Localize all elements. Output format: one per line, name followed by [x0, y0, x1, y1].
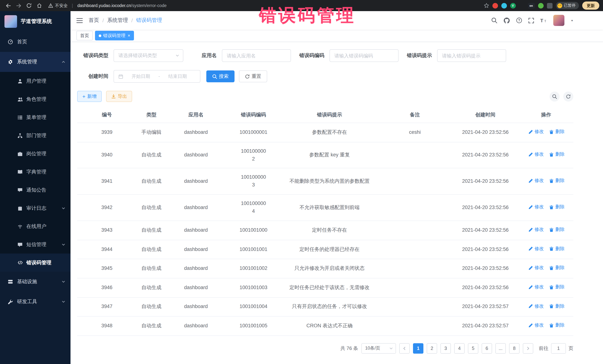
search-icon[interactable] [491, 17, 497, 23]
tab-item[interactable]: 首页 [76, 31, 93, 40]
delete-link[interactable]: 删除 [548, 265, 565, 272]
delete-link[interactable]: 删除 [548, 303, 565, 310]
search-button[interactable]: 搜索 [206, 70, 234, 82]
export-button[interactable]: 导出 [106, 91, 132, 102]
tab-active[interactable]: 错误码管理× [95, 31, 134, 40]
edit-link[interactable]: 修改 [527, 203, 544, 211]
extension-icon[interactable] [492, 3, 498, 8]
pages-ellipsis[interactable]: ... [495, 343, 506, 354]
error-code-input[interactable] [330, 50, 398, 62]
sidebar-item[interactable]: 研发工具 [0, 292, 70, 312]
sidebar-subitem[interactable]: 菜单管理 [0, 108, 70, 126]
edit-link[interactable]: 修改 [527, 226, 544, 233]
sidebar-item[interactable]: 基础设施 [0, 272, 70, 292]
edit-link[interactable]: 修改 [527, 128, 544, 135]
delete-link[interactable]: 删除 [548, 245, 565, 253]
page-button[interactable]: 4 [454, 343, 464, 354]
goto-page-input[interactable] [551, 343, 566, 354]
sidebar-subitem[interactable]: 错误码管理 [0, 254, 70, 272]
edit-link[interactable]: 修改 [527, 245, 544, 253]
sidebar-toggle-icon[interactable] [76, 18, 83, 23]
edit-link[interactable]: 修改 [527, 265, 544, 272]
sidebar-subitem[interactable]: 审计日志 [0, 199, 70, 217]
refresh-table-icon[interactable] [563, 91, 573, 101]
extensions-puzzle-icon[interactable] [547, 3, 552, 8]
table-header-row: 编号类型应用名错误码编码错误码提示备注创建时间操作 [77, 107, 573, 123]
forward-icon[interactable] [14, 1, 23, 10]
sidebar-item[interactable]: 首页 [0, 32, 70, 52]
cell-type: 自动生成 [137, 168, 166, 195]
page-button[interactable]: 5 [468, 343, 478, 354]
browser-home-icon[interactable] [35, 1, 44, 10]
edit-link[interactable]: 修改 [527, 177, 544, 184]
sidebar-subitem[interactable]: 字典管理 [0, 163, 70, 181]
font-size-icon[interactable]: TT [540, 18, 547, 23]
reset-button[interactable]: 重置 [239, 70, 267, 82]
back-icon[interactable] [4, 1, 13, 10]
breadcrumb-item[interactable]: 首页 [89, 17, 99, 24]
help-icon[interactable]: ? [516, 17, 522, 23]
table-row: 3939手动编辑dashboard1001000001参数配置不存在ceshi2… [77, 123, 573, 142]
delete-link[interactable]: 删除 [548, 284, 565, 291]
edit-link[interactable]: 修改 [527, 303, 544, 310]
sidebar-subitem[interactable]: 在线用户 [0, 217, 70, 235]
breadcrumb-item[interactable]: 系统管理 [107, 17, 128, 24]
prev-page-button[interactable] [399, 343, 410, 354]
sidebar-subitem[interactable]: 通知公告 [0, 181, 70, 199]
browser-update-button[interactable]: 更新 [582, 1, 599, 10]
sidebar-subitem[interactable]: 岗位管理 [0, 144, 70, 163]
extension-onetab-icon[interactable]: on [528, 3, 534, 8]
breadcrumb-separator: / [131, 17, 133, 23]
delete-link[interactable]: 删除 [548, 177, 565, 184]
sidebar-subitem[interactable]: 角色管理 [0, 90, 70, 108]
code-icon [17, 260, 23, 265]
page-size-select[interactable]: 10条/页 [361, 343, 396, 354]
edit-link[interactable]: 修改 [527, 151, 544, 158]
user-avatar[interactable] [553, 15, 564, 26]
page-button[interactable]: 1 [413, 343, 423, 354]
next-page-button[interactable] [523, 343, 533, 354]
delete-link[interactable]: 删除 [548, 203, 565, 211]
bookmark-star-icon[interactable] [484, 3, 489, 8]
delete-link[interactable]: 删除 [548, 128, 565, 135]
table-row: 3947自动生成dashboard1001001004只有开启状态的任务，才可以… [77, 297, 573, 316]
logo[interactable]: 芋道管理系统 [0, 11, 70, 32]
delete-link[interactable]: 删除 [548, 322, 565, 329]
edit-link[interactable]: 修改 [527, 284, 544, 291]
chevron-down-icon[interactable]: ▼ [571, 19, 573, 22]
app-name-input[interactable] [222, 50, 290, 62]
sidebar-subitem[interactable]: 短信管理 [0, 235, 70, 254]
page-button[interactable]: 3 [441, 343, 451, 354]
site-security-chip[interactable]: 不安全 | [48, 3, 73, 8]
edit-link[interactable]: 修改 [527, 322, 544, 329]
github-icon[interactable] [504, 17, 510, 23]
error-hint-input[interactable] [438, 50, 506, 62]
page-button[interactable]: 8 [509, 343, 520, 354]
extension-grid-icon[interactable] [519, 3, 524, 8]
delete-link[interactable]: 删除 [548, 151, 565, 158]
reload-icon[interactable] [24, 1, 33, 10]
fullscreen-icon[interactable] [528, 18, 534, 23]
sidebar-subitem-label: 部门管理 [26, 132, 46, 139]
create-time-range-picker[interactable]: 开始日期 - 结束日期 [114, 70, 200, 83]
delete-link[interactable]: 删除 [548, 226, 565, 233]
sidebar-subitem[interactable]: 部门管理 [0, 126, 70, 144]
paused-badge[interactable]: 已暂停 [556, 2, 579, 9]
cell-id: 3943 [77, 221, 137, 240]
page-button[interactable]: 2 [427, 343, 437, 354]
sidebar-subitem-label: 错误码管理 [26, 259, 51, 266]
extension-icon[interactable] [538, 3, 544, 8]
page-button[interactable]: 6 [482, 343, 492, 354]
show-search-icon[interactable] [550, 91, 560, 101]
sidebar-subitem[interactable]: 用户管理 [0, 72, 70, 90]
add-button[interactable]: + 新增 [77, 91, 102, 102]
sidebar-subitem-label: 岗位管理 [26, 150, 46, 157]
extension-vue-icon[interactable]: V [510, 3, 516, 8]
cell-type: 自动生成 [137, 240, 166, 259]
extension-icon[interactable] [501, 3, 507, 8]
cell-id: 3941 [77, 168, 137, 195]
sidebar-item[interactable]: 系统管理 [0, 52, 70, 72]
error-type-select[interactable]: 请选择错误码类型 [114, 49, 183, 62]
address-bar[interactable]: dashboard.yudao.iocoder.cn /system/error… [77, 3, 167, 8]
close-icon[interactable]: × [128, 33, 130, 38]
